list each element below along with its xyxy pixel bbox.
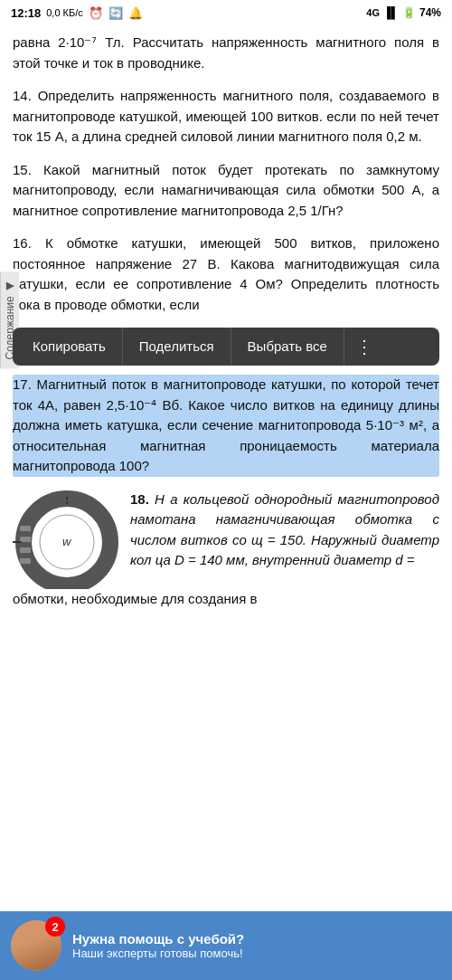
context-menu-select-all[interactable]: Выбрать все — [231, 328, 344, 366]
problem-intro: равна 2·10⁻⁷ Тл. Рассчитать напряженност… — [13, 33, 439, 73]
problem-17-text: 17. Магнитный поток в магнитопроводе кат… — [13, 375, 439, 477]
problem-16-text: 16. К обмотке катушки, имеющей 500 витко… — [13, 233, 439, 315]
main-content: равна 2·10⁻⁷ Тл. Рассчитать напряженност… — [0, 25, 452, 609]
svg-rect-2 — [20, 526, 31, 531]
context-menu-share[interactable]: Поделиться — [123, 328, 231, 366]
data-speed: 0,0 КБ/с — [46, 7, 83, 18]
problem-17: 17. Магнитный поток в магнитопроводе кат… — [13, 375, 439, 477]
problem-18-label: 18. — [130, 491, 149, 507]
chat-bar[interactable]: 2 Нужна помощь с учебой? Наши эксперты г… — [0, 911, 452, 980]
alarm-icon: ⏰ — [89, 6, 103, 20]
context-menu: Копировать Поделиться Выбрать все ⋮ — [13, 328, 439, 366]
problem-18-cont: обмотки, необходимые для создания в — [13, 589, 439, 610]
chat-title: Нужна помощь с учебой? — [72, 931, 441, 947]
problem-15-text: 15. Какой магнитный поток будет протекат… — [13, 160, 439, 222]
notification-icon: 🔔 — [128, 6, 143, 20]
context-menu-copy[interactable]: Копировать — [16, 328, 123, 366]
status-right: 4G ▐▌ 🔋 74% — [366, 6, 441, 19]
chat-avatar-wrap: 2 — [11, 920, 61, 971]
problem-18-text: 18. Н а кольцевой однородный магнитопров… — [130, 490, 439, 589]
problem-18-body: Н а кольцевой однородный магнитопровод н… — [130, 491, 439, 568]
signal-type: 4G — [366, 7, 380, 18]
problem-14-text: 14. Определить напряженность магнитного … — [13, 86, 439, 147]
problem-18-cont-text: обмотки, необходимые для создания в — [13, 591, 257, 606]
problem-15: 15. Какой магнитный поток будет протекат… — [13, 160, 439, 222]
svg-rect-4 — [20, 547, 31, 553]
chat-text: Нужна помощь с учебой? Наши эксперты гот… — [72, 931, 441, 960]
chat-badge: 2 — [45, 917, 65, 937]
coil-diagram: w — [13, 490, 121, 589]
problem-14: 14. Определить напряженность магнитного … — [13, 86, 439, 147]
time: 12:18 — [11, 6, 41, 20]
svg-rect-5 — [20, 558, 31, 564]
battery-icon: 🔋 — [402, 6, 416, 19]
context-menu-more[interactable]: ⋮ — [344, 328, 384, 366]
sync-icon: 🔄 — [108, 6, 123, 20]
problem-intro-text: равна 2·10⁻⁷ Тл. Рассчитать напряженност… — [13, 33, 439, 73]
battery-level: 74% — [419, 6, 441, 19]
chat-subtitle: Наши эксперты готовы помочь! — [72, 947, 441, 960]
signal-bars-icon: ▐▌ — [383, 6, 399, 19]
status-left: 12:18 0,0 КБ/с ⏰ 🔄 🔔 — [11, 6, 143, 20]
status-bar: 12:18 0,0 КБ/с ⏰ 🔄 🔔 4G ▐▌ 🔋 74% — [0, 0, 452, 25]
problem-16: 16. К обмотке катушки, имеющей 500 витко… — [13, 233, 439, 315]
problem-18: w 18. Н а кольцевой однородный магнитопр… — [13, 490, 439, 589]
svg-text:w: w — [62, 535, 72, 548]
